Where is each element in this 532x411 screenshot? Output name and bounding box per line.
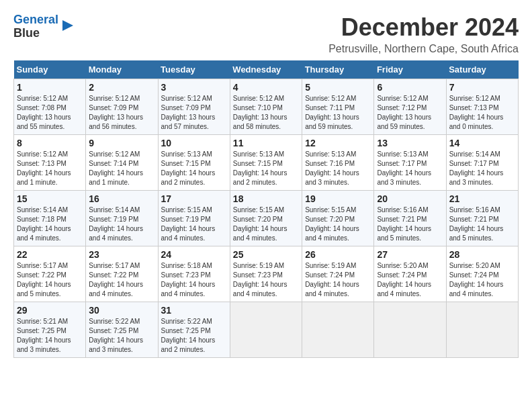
day-number: 27 [377, 249, 443, 260]
calendar-cell: 31Sunrise: 5:22 AM Sunset: 7:25 PM Dayli… [158, 302, 230, 358]
day-info: Sunrise: 5:19 AM Sunset: 7:23 PM Dayligh… [233, 261, 299, 299]
day-number: 17 [161, 193, 227, 204]
day-info: Sunrise: 5:19 AM Sunset: 7:24 PM Dayligh… [305, 261, 371, 299]
calendar-cell: 5Sunrise: 5:12 AM Sunset: 7:11 PM Daylig… [302, 79, 374, 135]
day-info: Sunrise: 5:13 AM Sunset: 7:17 PM Dayligh… [377, 150, 443, 187]
calendar-cell: 22Sunrise: 5:17 AM Sunset: 7:22 PM Dayli… [14, 246, 86, 302]
calendar-cell: 19Sunrise: 5:15 AM Sunset: 7:20 PM Dayli… [302, 191, 374, 246]
day-info: Sunrise: 5:12 AM Sunset: 7:08 PM Dayligh… [17, 94, 83, 132]
col-header-saturday: Saturday [446, 60, 518, 79]
calendar-cell: 27Sunrise: 5:20 AM Sunset: 7:24 PM Dayli… [374, 246, 446, 302]
calendar-cell [446, 302, 518, 358]
logo: GeneralBlue [13, 13, 75, 40]
calendar-cell: 23Sunrise: 5:17 AM Sunset: 7:22 PM Dayli… [86, 246, 158, 302]
calendar-cell: 17Sunrise: 5:15 AM Sunset: 7:19 PM Dayli… [158, 191, 230, 246]
day-info: Sunrise: 5:13 AM Sunset: 7:15 PM Dayligh… [233, 150, 299, 187]
calendar-cell: 4Sunrise: 5:12 AM Sunset: 7:10 PM Daylig… [230, 79, 302, 135]
day-number: 15 [17, 193, 83, 204]
svg-marker-0 [62, 20, 73, 31]
day-info: Sunrise: 5:12 AM Sunset: 7:12 PM Dayligh… [377, 94, 443, 132]
day-info: Sunrise: 5:15 AM Sunset: 7:20 PM Dayligh… [233, 205, 299, 243]
day-info: Sunrise: 5:12 AM Sunset: 7:14 PM Dayligh… [89, 150, 154, 187]
calendar-cell [302, 302, 374, 358]
day-number: 9 [89, 138, 154, 148]
col-header-thursday: Thursday [302, 60, 374, 79]
day-info: Sunrise: 5:15 AM Sunset: 7:19 PM Dayligh… [161, 205, 227, 243]
day-number: 6 [377, 82, 443, 93]
calendar-table: SundayMondayTuesdayWednesdayThursdayFrid… [13, 60, 519, 358]
calendar-cell: 1Sunrise: 5:12 AM Sunset: 7:08 PM Daylig… [14, 79, 86, 135]
calendar-cell: 16Sunrise: 5:14 AM Sunset: 7:19 PM Dayli… [86, 191, 158, 246]
calendar-cell [230, 302, 302, 358]
day-info: Sunrise: 5:21 AM Sunset: 7:25 PM Dayligh… [17, 317, 83, 355]
day-info: Sunrise: 5:12 AM Sunset: 7:09 PM Dayligh… [161, 94, 227, 132]
calendar-cell: 15Sunrise: 5:14 AM Sunset: 7:18 PM Dayli… [14, 191, 86, 246]
calendar-cell: 28Sunrise: 5:20 AM Sunset: 7:24 PM Dayli… [446, 246, 518, 302]
calendar-cell: 12Sunrise: 5:13 AM Sunset: 7:16 PM Dayli… [302, 135, 374, 191]
calendar-cell: 26Sunrise: 5:19 AM Sunset: 7:24 PM Dayli… [302, 246, 374, 302]
day-number: 30 [89, 305, 154, 316]
day-number: 28 [449, 249, 515, 260]
day-number: 3 [161, 82, 227, 93]
day-number: 24 [161, 249, 227, 260]
day-number: 20 [377, 193, 443, 204]
day-info: Sunrise: 5:13 AM Sunset: 7:16 PM Dayligh… [305, 150, 371, 187]
col-header-friday: Friday [374, 60, 446, 79]
calendar-cell: 10Sunrise: 5:13 AM Sunset: 7:15 PM Dayli… [158, 135, 230, 191]
calendar-cell: 30Sunrise: 5:22 AM Sunset: 7:25 PM Dayli… [86, 302, 158, 358]
day-number: 13 [377, 138, 443, 148]
day-number: 25 [233, 249, 299, 260]
day-info: Sunrise: 5:20 AM Sunset: 7:24 PM Dayligh… [377, 261, 443, 299]
day-number: 14 [449, 138, 515, 148]
calendar-cell: 25Sunrise: 5:19 AM Sunset: 7:23 PM Dayli… [230, 246, 302, 302]
calendar-cell: 29Sunrise: 5:21 AM Sunset: 7:25 PM Dayli… [14, 302, 86, 358]
day-info: Sunrise: 5:15 AM Sunset: 7:20 PM Dayligh… [305, 205, 371, 243]
day-info: Sunrise: 5:12 AM Sunset: 7:13 PM Dayligh… [449, 94, 515, 132]
day-info: Sunrise: 5:20 AM Sunset: 7:24 PM Dayligh… [449, 261, 515, 299]
day-number: 23 [89, 249, 154, 260]
day-info: Sunrise: 5:12 AM Sunset: 7:09 PM Dayligh… [89, 94, 154, 132]
day-info: Sunrise: 5:14 AM Sunset: 7:18 PM Dayligh… [17, 205, 83, 243]
calendar-cell: 21Sunrise: 5:16 AM Sunset: 7:21 PM Dayli… [446, 191, 518, 246]
location-title: Petrusville, Northern Cape, South Africa [328, 43, 519, 55]
month-title: December 2024 [328, 13, 519, 42]
calendar-cell: 3Sunrise: 5:12 AM Sunset: 7:09 PM Daylig… [158, 79, 230, 135]
day-info: Sunrise: 5:16 AM Sunset: 7:21 PM Dayligh… [449, 205, 515, 243]
calendar-cell: 18Sunrise: 5:15 AM Sunset: 7:20 PM Dayli… [230, 191, 302, 246]
day-number: 21 [449, 193, 515, 204]
calendar-cell: 6Sunrise: 5:12 AM Sunset: 7:12 PM Daylig… [374, 79, 446, 135]
day-number: 12 [305, 138, 371, 148]
title-block: December 2024 Petrusville, Northern Cape… [328, 13, 519, 55]
col-header-sunday: Sunday [14, 60, 86, 79]
calendar-cell [374, 302, 446, 358]
day-info: Sunrise: 5:14 AM Sunset: 7:19 PM Dayligh… [89, 205, 154, 243]
page-header: GeneralBlue December 2024 Petrusville, N… [13, 13, 519, 55]
calendar-cell: 24Sunrise: 5:18 AM Sunset: 7:23 PM Dayli… [158, 246, 230, 302]
col-header-monday: Monday [86, 60, 158, 79]
day-number: 18 [233, 193, 299, 204]
day-info: Sunrise: 5:12 AM Sunset: 7:13 PM Dayligh… [17, 150, 83, 187]
calendar-cell: 9Sunrise: 5:12 AM Sunset: 7:14 PM Daylig… [86, 135, 158, 191]
logo-text: GeneralBlue [13, 13, 58, 40]
day-info: Sunrise: 5:22 AM Sunset: 7:25 PM Dayligh… [161, 317, 227, 355]
day-info: Sunrise: 5:12 AM Sunset: 7:10 PM Dayligh… [233, 94, 299, 132]
logo-arrow-icon [61, 19, 75, 32]
day-info: Sunrise: 5:22 AM Sunset: 7:25 PM Dayligh… [89, 317, 154, 355]
day-number: 1 [17, 82, 83, 93]
day-number: 2 [89, 82, 154, 93]
day-number: 19 [305, 193, 371, 204]
col-header-tuesday: Tuesday [158, 60, 230, 79]
day-number: 10 [161, 138, 227, 148]
calendar-cell: 2Sunrise: 5:12 AM Sunset: 7:09 PM Daylig… [86, 79, 158, 135]
calendar-cell: 20Sunrise: 5:16 AM Sunset: 7:21 PM Dayli… [374, 191, 446, 246]
calendar-cell: 11Sunrise: 5:13 AM Sunset: 7:15 PM Dayli… [230, 135, 302, 191]
day-info: Sunrise: 5:17 AM Sunset: 7:22 PM Dayligh… [89, 261, 154, 299]
day-number: 29 [17, 305, 83, 316]
day-number: 5 [305, 82, 371, 93]
day-info: Sunrise: 5:13 AM Sunset: 7:15 PM Dayligh… [161, 150, 227, 187]
calendar-cell: 8Sunrise: 5:12 AM Sunset: 7:13 PM Daylig… [14, 135, 86, 191]
calendar-cell: 14Sunrise: 5:14 AM Sunset: 7:17 PM Dayli… [446, 135, 518, 191]
day-number: 4 [233, 82, 299, 93]
day-info: Sunrise: 5:17 AM Sunset: 7:22 PM Dayligh… [17, 261, 83, 299]
day-number: 16 [89, 193, 154, 204]
